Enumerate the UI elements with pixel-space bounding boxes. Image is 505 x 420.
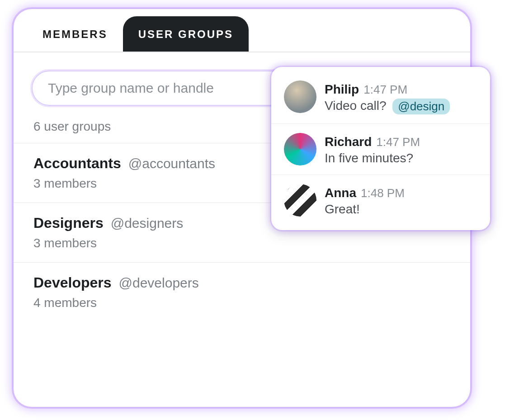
group-name: Accountants — [33, 155, 121, 172]
mention-pill[interactable]: @design — [392, 99, 450, 114]
group-item[interactable]: Developers @developers 4 members — [14, 262, 470, 322]
tab-members[interactable]: MEMBERS — [27, 16, 123, 52]
group-handle: @developers — [119, 275, 199, 291]
group-handle: @accountants — [128, 156, 215, 171]
group-members-count: 3 members — [33, 236, 450, 250]
message-time: 1:47 PM — [363, 83, 407, 97]
group-name: Designers — [33, 215, 104, 231]
message-author: Anna — [325, 186, 356, 200]
message-time: 1:47 PM — [376, 135, 420, 149]
tabs-bar: MEMBERS USER GROUPS — [14, 14, 470, 52]
avatar — [284, 133, 316, 165]
group-name: Developers — [33, 274, 112, 291]
avatar — [284, 184, 316, 217]
message-text: In five minutes? — [325, 151, 477, 165]
group-members-count: 4 members — [33, 296, 450, 310]
message-author: Philip — [325, 82, 359, 97]
message-author: Richard — [325, 135, 372, 149]
message-time: 1:48 PM — [361, 186, 405, 200]
chat-popover: Philip 1:47 PM Video call? @design Richa… — [271, 67, 490, 230]
chat-message[interactable]: Richard 1:47 PM In five minutes? — [271, 123, 490, 175]
chat-message[interactable]: Anna 1:48 PM Great! — [271, 175, 490, 226]
message-text: Great! — [325, 202, 477, 217]
tab-user-groups[interactable]: USER GROUPS — [123, 16, 249, 52]
group-handle: @designers — [111, 216, 184, 231]
message-text: Video call? @design — [325, 99, 477, 114]
chat-message[interactable]: Philip 1:47 PM Video call? @design — [271, 71, 490, 123]
avatar — [284, 80, 316, 113]
